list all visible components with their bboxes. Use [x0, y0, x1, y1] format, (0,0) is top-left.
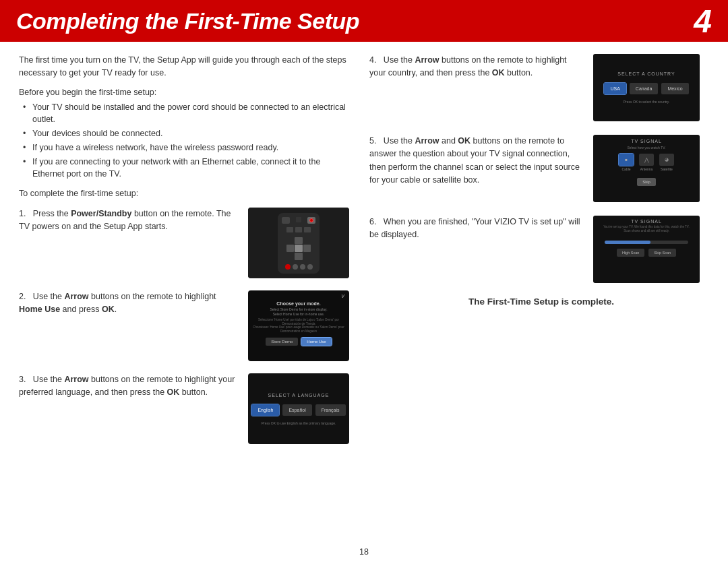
home-use-btn[interactable]: Home Use — [301, 338, 331, 346]
satellite-label: Satellite — [661, 167, 673, 171]
lang-espanol-btn[interactable]: Español — [282, 404, 311, 416]
step-3: 3. Use the Arrow buttons on the remote t… — [19, 373, 349, 444]
step-2-bold3: OK — [102, 305, 115, 314]
step-5-text-b: and — [439, 136, 458, 146]
step-6-image: TV SIGNAL You've set up your TV. We foun… — [593, 216, 700, 283]
satellite-icon-box: ◕ — [659, 154, 674, 166]
step-2-text-a: Use the — [33, 292, 65, 301]
store-demo-btn[interactable]: Store Demo — [266, 338, 298, 346]
country-title: SELECT A COUNTRY — [617, 71, 675, 76]
antenna-label: Antenna — [640, 167, 653, 171]
before-title: Before you begin the first-time setup: — [19, 88, 349, 97]
step-3-image: SELECT A LANGUAGE English Español França… — [248, 373, 349, 444]
lang-press-text: Press OK to use English as the primary l… — [262, 421, 336, 425]
step-2-text: 2. Use the Arrow buttons on the remote t… — [19, 290, 239, 317]
step-4-bold2: OK — [492, 68, 505, 77]
skip-scan-btn[interactable]: Skip Scan — [648, 249, 676, 257]
remote-bottom — [285, 264, 313, 270]
dpad-right — [303, 245, 311, 252]
step-5-text: 5. Use the Arrow and OK buttons on the r… — [369, 135, 584, 187]
antenna-icon-shape: ⋀ — [644, 157, 649, 163]
step-5: 5. Use the Arrow and OK buttons on the r… — [369, 135, 700, 202]
dpad-empty — [286, 253, 294, 260]
high-scan-btn[interactable]: High Scan — [617, 249, 644, 257]
scan-buttons: High Scan Skip Scan — [617, 249, 676, 257]
skip-btn[interactable]: Skip — [637, 178, 656, 186]
lang-buttons: English Español Français — [251, 404, 345, 416]
step-2-image: V Choose your mode. Select Store Demo fo… — [248, 290, 349, 361]
page-title: Completing the First-Time Setup — [16, 8, 359, 34]
tv-signal-icons: ■ Cable ⋀ Antenna ◕ — [619, 154, 674, 171]
step-5-text-a: Use the — [384, 136, 415, 146]
choose-sub-line1: Select Store Demo for in-store display. — [270, 307, 327, 311]
lang-english-btn[interactable]: English — [251, 404, 279, 416]
step-3-text-a: Use the — [33, 375, 65, 384]
country-usa-btn[interactable]: USA — [604, 83, 626, 94]
remote-spacer — [296, 217, 301, 222]
step-6-text: 6. When you are finished, "Your VIZIO TV… — [369, 216, 584, 242]
choose-mode-buttons: Store Demo Home Use — [253, 338, 344, 346]
lang-francais-btn[interactable]: Français — [315, 404, 346, 416]
page-header: Completing the First-Time Setup 4 — [0, 0, 728, 42]
step-6: 6. When you are finished, "Your VIZIO TV… — [369, 216, 700, 283]
step-4-text-c: button. — [505, 68, 533, 77]
step-5-number: 5. — [369, 136, 381, 146]
step-4-bold1: Arrow — [415, 55, 439, 65]
completed-sub: You've set up your TV. We found this dat… — [603, 225, 689, 234]
completed-screen: TV SIGNAL You've set up your TV. We foun… — [593, 216, 700, 283]
bullet-item: Your TV should be installed and the powe… — [23, 101, 349, 127]
color-gray1 — [293, 264, 298, 270]
step-2-number: 2. — [19, 292, 30, 301]
dpad-empty — [286, 237, 294, 245]
remote-btn — [304, 227, 311, 232]
step-1-bold: Power/Standby — [71, 209, 131, 218]
dpad-empty — [303, 237, 311, 245]
remote-mid — [286, 227, 311, 232]
step-4-number: 4. — [369, 55, 381, 65]
choose-mode-title: Choose your mode. — [253, 301, 344, 307]
bullet-item: If you are connecting to your network wi… — [23, 156, 349, 181]
completed-title: TV SIGNAL — [631, 219, 662, 224]
bullet-item: Your devices should be connected. — [23, 127, 349, 140]
step-3-number: 3. — [19, 375, 30, 384]
complete-message: The First-Time Setup is complete. — [383, 296, 700, 307]
progress-bar — [605, 241, 689, 244]
dpad-down — [295, 253, 302, 260]
antenna-icon-box: ⋀ — [639, 154, 654, 166]
step-5-image: TV SIGNAL Select how you watch TV. ■ Cab… — [593, 135, 700, 202]
complete-setup-title: To complete the first-time setup: — [19, 189, 349, 198]
color-gray2 — [300, 264, 305, 270]
step-2: 2. Use the Arrow buttons on the remote t… — [19, 290, 349, 361]
step-3-bold2: OK — [167, 387, 180, 397]
progress-fill — [605, 241, 651, 244]
remote-btn — [286, 227, 293, 232]
remote-body — [278, 213, 320, 274]
vizio-logo: V — [341, 294, 344, 299]
country-mexico-btn[interactable]: Mexico — [661, 83, 688, 94]
dpad-empty — [303, 253, 311, 260]
page-footer: 18 — [0, 543, 728, 562]
language-screen: SELECT A LANGUAGE English Español França… — [248, 373, 349, 444]
lang-title: SELECT A LANGUAGE — [268, 393, 330, 398]
satellite-icon-shape: ◕ — [665, 157, 669, 162]
country-canada-btn[interactable]: Canada — [630, 83, 659, 94]
choose-mode-screen: V Choose your mode. Select Store Demo fo… — [248, 290, 349, 361]
step-6-number: 6. — [369, 217, 381, 226]
step-2-bold2: Home Use — [19, 305, 60, 314]
remote-image — [248, 208, 349, 278]
step-4-text-a: Use the — [384, 55, 415, 65]
choose-mode-sub: Select Store Demo for in-store display. … — [253, 307, 344, 317]
cable-option: ■ Cable — [619, 154, 634, 171]
footer-page-number: 18 — [359, 547, 369, 557]
color-red — [285, 264, 291, 270]
cable-icon-shape: ■ — [625, 158, 628, 162]
step-6-text-a: When you are finished, "Your VIZIO TV is… — [369, 217, 580, 239]
dpad-left — [286, 245, 294, 252]
intro-paragraph: The first time you turn on the TV, the S… — [19, 54, 349, 80]
color-gray3 — [307, 264, 313, 270]
remote-dpad — [286, 237, 311, 260]
step-1-image — [248, 208, 349, 278]
dpad-ok — [295, 245, 302, 252]
step-4: 4. Use the Arrow buttons on the remote t… — [369, 54, 700, 121]
cable-icon-box: ■ — [619, 154, 634, 166]
